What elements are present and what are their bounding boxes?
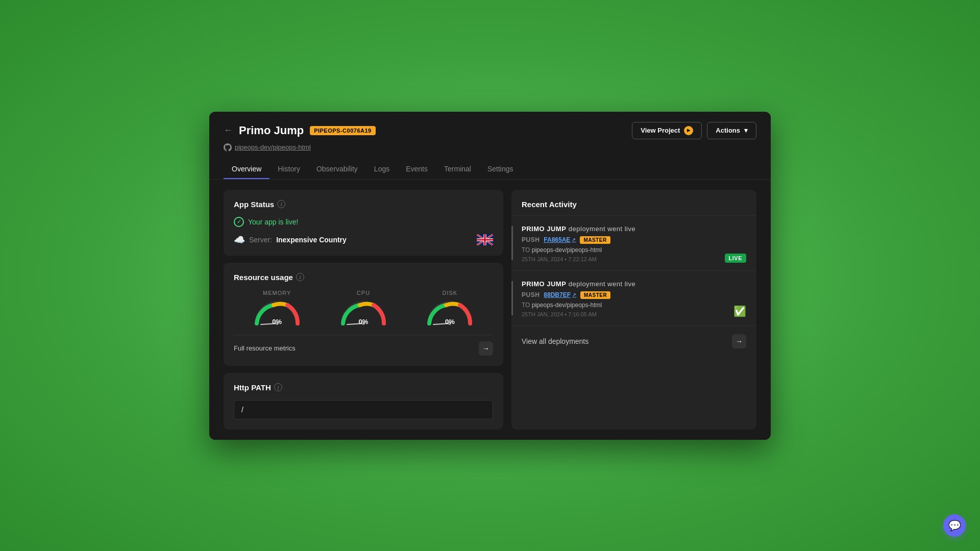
view-all-arrow-button[interactable]: → — [732, 334, 746, 348]
commit-link-2[interactable]: 88DB7EF ↗ — [544, 291, 576, 298]
disk-gauge-container: 0% — [424, 298, 475, 327]
tab-overview[interactable]: Overview — [224, 160, 270, 179]
actions-button[interactable]: Actions ▾ — [707, 122, 756, 139]
deployment-item-1: PRIMO JUMP deployment went live PUSH FA8… — [511, 216, 756, 271]
deploy-repo-2: pipeops-dev/pipeops-html — [532, 302, 602, 309]
full-metrics-label: Full resource metrics — [234, 344, 296, 352]
deploy-bar-1 — [511, 226, 513, 260]
cpu-label: CPU — [357, 290, 370, 296]
header-actions: View Project ▶ Actions ▾ — [632, 122, 756, 139]
cpu-gauge-container: 0% — [338, 298, 389, 327]
full-metrics-row: Full resource metrics → — [234, 335, 493, 356]
tab-terminal[interactable]: Terminal — [436, 160, 479, 179]
memory-label: MEMORY — [263, 290, 291, 296]
repo-link[interactable]: pipeops-dev/pipeops-html — [235, 143, 311, 151]
recent-activity-card: Recent Activity PRIMO JUMP deployment we… — [511, 190, 756, 430]
view-project-button[interactable]: View Project ▶ — [632, 122, 702, 139]
uk-flag-icon — [477, 234, 493, 245]
deploy-to-row-1: TO pipeops-dev/pipeops-html — [522, 246, 746, 254]
branch-badge-1: MASTER — [580, 236, 610, 244]
gauges-row: MEMORY — [234, 290, 493, 327]
back-arrow-icon: ← — [224, 125, 233, 136]
tab-logs[interactable]: Logs — [366, 160, 398, 179]
app-title: Primo Jump — [239, 124, 304, 137]
app-status-card: App Status i ✓ Your app is live! ☁️ Serv… — [224, 190, 503, 256]
activity-title: Recent Activity — [522, 200, 577, 209]
right-column: Recent Activity PRIMO JUMP deployment we… — [511, 190, 756, 430]
external-link-icon-2: ↗ — [572, 292, 576, 297]
branch-badge-2: MASTER — [580, 291, 610, 299]
actions-label: Actions — [716, 127, 740, 134]
view-project-label: View Project — [641, 127, 680, 134]
github-icon — [224, 143, 232, 152]
deploy-time-1: 25TH JAN, 2024 • 7:22:12 AM — [522, 256, 746, 262]
nav-tabs: Overview History Observability Logs Even… — [224, 160, 756, 179]
push-label-2: PUSH — [522, 291, 540, 298]
deploy-to-row-2: TO pipeops-dev/pipeops-html — [522, 302, 746, 309]
server-label: Server: — [249, 236, 272, 244]
http-path-info-icon[interactable]: i — [274, 383, 282, 391]
disk-label: DISK — [442, 290, 457, 296]
deploy-push-row-2: PUSH 88DB7EF ↗ MASTER — [522, 291, 746, 299]
deploy-app-name-2: PRIMO JUMP deployment went live — [522, 279, 746, 288]
cpu-gauge: CPU 0% — [338, 290, 389, 327]
disk-value: 0% — [445, 318, 455, 325]
app-id-badge: PIPEOPS-C0076A19 — [310, 126, 376, 135]
left-column: App Status i ✓ Your app is live! ☁️ Serv… — [224, 190, 503, 430]
deploy-bar-2 — [511, 281, 513, 315]
app-live-status: ✓ Your app is live! — [234, 217, 493, 227]
chat-button[interactable]: 💬 — [943, 514, 966, 537]
cpu-value: 0% — [359, 318, 369, 325]
deploy-app-name-1: PRIMO JUMP deployment went live — [522, 224, 746, 233]
push-label-1: PUSH — [522, 236, 540, 243]
server-info: ☁️ Server: Inexpensive Country — [234, 234, 347, 245]
disk-gauge: DISK 0% — [424, 290, 475, 327]
resource-usage-title: Resource usage i — [234, 273, 493, 282]
server-name: Inexpensive Country — [276, 236, 347, 244]
commit-link-1[interactable]: FA865AE ↗ — [544, 236, 576, 243]
success-check-icon-2: ✅ — [733, 306, 746, 317]
tab-observability[interactable]: Observability — [308, 160, 366, 179]
tab-history[interactable]: History — [270, 160, 308, 179]
tab-settings[interactable]: Settings — [479, 160, 522, 179]
server-row: ☁️ Server: Inexpensive Country — [234, 234, 493, 245]
chevron-down-icon: ▾ — [744, 127, 748, 134]
memory-gauge-container: 0% — [252, 298, 303, 327]
live-badge-1: LIVE — [725, 254, 746, 263]
app-status-title: App Status i — [234, 200, 493, 209]
http-path-input[interactable] — [234, 400, 493, 419]
activity-header: Recent Activity — [511, 190, 756, 216]
play-icon: ▶ — [684, 126, 693, 135]
deploy-status-2: ✅ — [733, 305, 746, 317]
app-status-info-icon[interactable]: i — [277, 200, 285, 208]
memory-gauge: MEMORY — [252, 290, 303, 327]
app-live-text: Your app is live! — [248, 218, 298, 226]
resource-info-icon[interactable]: i — [296, 273, 304, 281]
server-cloud-icon: ☁️ — [234, 234, 245, 245]
deploy-push-row-1: PUSH FA865AE ↗ MASTER — [522, 236, 746, 244]
deploy-status-1: LIVE — [725, 253, 746, 262]
full-metrics-arrow-button[interactable]: → — [479, 341, 493, 356]
deploy-repo-1: pipeops-dev/pipeops-html — [532, 246, 602, 254]
resource-usage-card: Resource usage i MEMORY — [224, 263, 503, 366]
memory-value: 0% — [272, 318, 282, 325]
http-path-title: Http PATH i — [234, 383, 493, 392]
chat-icon: 💬 — [948, 519, 961, 532]
deploy-name-text-1: PRIMO JUMP — [522, 225, 566, 233]
deployment-item-2: PRIMO JUMP deployment went live PUSH 88D… — [511, 271, 756, 326]
external-link-icon-1: ↗ — [572, 237, 576, 242]
view-all-deployments-row[interactable]: View all deployments → — [511, 326, 756, 357]
repo-subtitle: pipeops-dev/pipeops-html — [224, 143, 756, 152]
back-button[interactable]: ← — [224, 125, 233, 136]
view-all-label: View all deployments — [522, 337, 589, 345]
live-check-icon: ✓ — [234, 217, 244, 227]
deploy-name-text-2: PRIMO JUMP — [522, 280, 566, 288]
http-path-card: Http PATH i — [224, 373, 503, 430]
deploy-time-2: 25TH JAN, 2024 • 7:16:05 AM — [522, 311, 746, 317]
tab-events[interactable]: Events — [398, 160, 436, 179]
